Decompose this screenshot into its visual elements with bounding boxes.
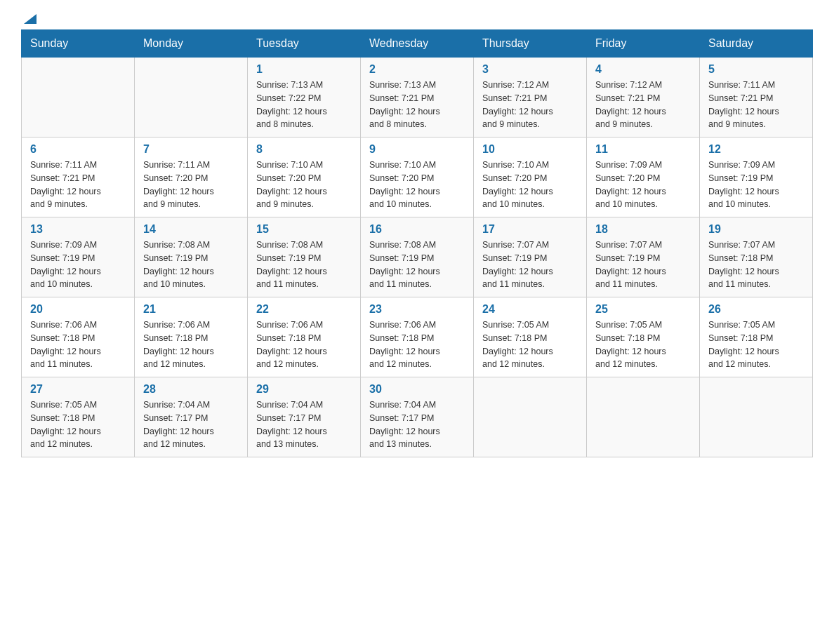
day-number: 20 bbox=[30, 303, 126, 316]
day-info: Sunrise: 7:09 AM Sunset: 7:19 PM Dayligh… bbox=[708, 159, 804, 211]
day-number: 21 bbox=[143, 303, 239, 316]
logo bbox=[21, 14, 38, 22]
calendar-cell bbox=[700, 377, 813, 457]
day-number: 3 bbox=[482, 63, 578, 76]
day-number: 8 bbox=[256, 143, 352, 156]
day-info: Sunrise: 7:12 AM Sunset: 7:21 PM Dayligh… bbox=[482, 79, 578, 131]
calendar-cell: 7Sunrise: 7:11 AM Sunset: 7:20 PM Daylig… bbox=[135, 137, 248, 217]
day-info: Sunrise: 7:12 AM Sunset: 7:21 PM Dayligh… bbox=[595, 79, 691, 131]
day-info: Sunrise: 7:11 AM Sunset: 7:20 PM Dayligh… bbox=[143, 159, 239, 211]
calendar-cell: 30Sunrise: 7:04 AM Sunset: 7:17 PM Dayli… bbox=[361, 377, 474, 457]
calendar-cell: 1Sunrise: 7:13 AM Sunset: 7:22 PM Daylig… bbox=[248, 58, 361, 137]
day-info: Sunrise: 7:09 AM Sunset: 7:20 PM Dayligh… bbox=[595, 159, 691, 211]
calendar-cell: 22Sunrise: 7:06 AM Sunset: 7:18 PM Dayli… bbox=[248, 297, 361, 377]
calendar-table: SundayMondayTuesdayWednesdayThursdayFrid… bbox=[21, 29, 813, 457]
day-number: 13 bbox=[30, 223, 126, 236]
calendar-cell: 2Sunrise: 7:13 AM Sunset: 7:21 PM Daylig… bbox=[361, 58, 474, 137]
day-number: 2 bbox=[369, 63, 465, 76]
calendar-cell: 13Sunrise: 7:09 AM Sunset: 7:19 PM Dayli… bbox=[22, 217, 135, 297]
calendar-cell: 23Sunrise: 7:06 AM Sunset: 7:18 PM Dayli… bbox=[361, 297, 474, 377]
calendar-body: 1Sunrise: 7:13 AM Sunset: 7:22 PM Daylig… bbox=[22, 58, 813, 457]
calendar-cell: 19Sunrise: 7:07 AM Sunset: 7:18 PM Dayli… bbox=[700, 217, 813, 297]
calendar-cell: 3Sunrise: 7:12 AM Sunset: 7:21 PM Daylig… bbox=[474, 58, 587, 137]
day-info: Sunrise: 7:07 AM Sunset: 7:18 PM Dayligh… bbox=[708, 239, 804, 291]
day-number: 15 bbox=[256, 223, 352, 236]
day-info: Sunrise: 7:06 AM Sunset: 7:18 PM Dayligh… bbox=[143, 318, 239, 371]
day-info: Sunrise: 7:05 AM Sunset: 7:18 PM Dayligh… bbox=[30, 398, 126, 451]
day-info: Sunrise: 7:10 AM Sunset: 7:20 PM Dayligh… bbox=[482, 159, 578, 211]
weekday-header-tuesday: Tuesday bbox=[248, 30, 361, 58]
calendar-cell: 14Sunrise: 7:08 AM Sunset: 7:19 PM Dayli… bbox=[135, 217, 248, 297]
weekday-header-friday: Friday bbox=[587, 30, 700, 58]
calendar-cell: 9Sunrise: 7:10 AM Sunset: 7:20 PM Daylig… bbox=[361, 137, 474, 217]
day-number: 1 bbox=[256, 63, 352, 76]
day-number: 30 bbox=[369, 383, 465, 396]
day-info: Sunrise: 7:06 AM Sunset: 7:18 PM Dayligh… bbox=[256, 318, 352, 371]
calendar-cell: 17Sunrise: 7:07 AM Sunset: 7:19 PM Dayli… bbox=[474, 217, 587, 297]
day-number: 4 bbox=[595, 63, 691, 76]
day-number: 9 bbox=[369, 143, 465, 156]
calendar-cell: 5Sunrise: 7:11 AM Sunset: 7:21 PM Daylig… bbox=[700, 58, 813, 137]
day-number: 11 bbox=[595, 143, 691, 156]
calendar-week-row: 6Sunrise: 7:11 AM Sunset: 7:21 PM Daylig… bbox=[22, 137, 813, 217]
day-number: 10 bbox=[482, 143, 578, 156]
day-info: Sunrise: 7:08 AM Sunset: 7:19 PM Dayligh… bbox=[369, 239, 465, 291]
day-info: Sunrise: 7:04 AM Sunset: 7:17 PM Dayligh… bbox=[369, 398, 465, 451]
calendar-cell: 10Sunrise: 7:10 AM Sunset: 7:20 PM Dayli… bbox=[474, 137, 587, 217]
day-number: 28 bbox=[143, 383, 239, 396]
day-number: 12 bbox=[708, 143, 804, 156]
calendar-week-row: 20Sunrise: 7:06 AM Sunset: 7:18 PM Dayli… bbox=[22, 297, 813, 377]
page-header bbox=[21, 14, 813, 22]
svg-marker-0 bbox=[24, 14, 37, 24]
weekday-header-row: SundayMondayTuesdayWednesdayThursdayFrid… bbox=[22, 30, 813, 58]
day-number: 22 bbox=[256, 303, 352, 316]
weekday-header-monday: Monday bbox=[135, 30, 248, 58]
calendar-cell bbox=[587, 377, 700, 457]
calendar-cell: 18Sunrise: 7:07 AM Sunset: 7:19 PM Dayli… bbox=[587, 217, 700, 297]
day-info: Sunrise: 7:05 AM Sunset: 7:18 PM Dayligh… bbox=[482, 318, 578, 371]
day-number: 14 bbox=[143, 223, 239, 236]
day-number: 6 bbox=[30, 143, 126, 156]
calendar-cell: 4Sunrise: 7:12 AM Sunset: 7:21 PM Daylig… bbox=[587, 58, 700, 137]
calendar-cell: 15Sunrise: 7:08 AM Sunset: 7:19 PM Dayli… bbox=[248, 217, 361, 297]
day-number: 29 bbox=[256, 383, 352, 396]
day-info: Sunrise: 7:10 AM Sunset: 7:20 PM Dayligh… bbox=[369, 159, 465, 211]
day-number: 19 bbox=[708, 223, 804, 236]
calendar-cell: 11Sunrise: 7:09 AM Sunset: 7:20 PM Dayli… bbox=[587, 137, 700, 217]
calendar-cell: 24Sunrise: 7:05 AM Sunset: 7:18 PM Dayli… bbox=[474, 297, 587, 377]
calendar-cell: 6Sunrise: 7:11 AM Sunset: 7:21 PM Daylig… bbox=[22, 137, 135, 217]
day-info: Sunrise: 7:13 AM Sunset: 7:21 PM Dayligh… bbox=[369, 79, 465, 131]
day-number: 5 bbox=[708, 63, 804, 76]
calendar-week-row: 13Sunrise: 7:09 AM Sunset: 7:19 PM Dayli… bbox=[22, 217, 813, 297]
day-number: 24 bbox=[482, 303, 578, 316]
calendar-cell: 21Sunrise: 7:06 AM Sunset: 7:18 PM Dayli… bbox=[135, 297, 248, 377]
calendar-week-row: 27Sunrise: 7:05 AM Sunset: 7:18 PM Dayli… bbox=[22, 377, 813, 457]
calendar-cell: 27Sunrise: 7:05 AM Sunset: 7:18 PM Dayli… bbox=[22, 377, 135, 457]
day-number: 16 bbox=[369, 223, 465, 236]
day-info: Sunrise: 7:04 AM Sunset: 7:17 PM Dayligh… bbox=[143, 398, 239, 451]
calendar-cell: 16Sunrise: 7:08 AM Sunset: 7:19 PM Dayli… bbox=[361, 217, 474, 297]
day-info: Sunrise: 7:08 AM Sunset: 7:19 PM Dayligh… bbox=[256, 239, 352, 291]
day-info: Sunrise: 7:04 AM Sunset: 7:17 PM Dayligh… bbox=[256, 398, 352, 451]
day-number: 26 bbox=[708, 303, 804, 316]
calendar-cell bbox=[22, 58, 135, 137]
day-info: Sunrise: 7:07 AM Sunset: 7:19 PM Dayligh… bbox=[482, 239, 578, 291]
day-info: Sunrise: 7:08 AM Sunset: 7:19 PM Dayligh… bbox=[143, 239, 239, 291]
calendar-cell: 28Sunrise: 7:04 AM Sunset: 7:17 PM Dayli… bbox=[135, 377, 248, 457]
calendar-cell: 20Sunrise: 7:06 AM Sunset: 7:18 PM Dayli… bbox=[22, 297, 135, 377]
day-info: Sunrise: 7:11 AM Sunset: 7:21 PM Dayligh… bbox=[708, 79, 804, 131]
day-info: Sunrise: 7:09 AM Sunset: 7:19 PM Dayligh… bbox=[30, 239, 126, 291]
logo-triangle-icon bbox=[22, 11, 38, 27]
day-info: Sunrise: 7:10 AM Sunset: 7:20 PM Dayligh… bbox=[256, 159, 352, 211]
weekday-header-thursday: Thursday bbox=[474, 30, 587, 58]
calendar-cell: 8Sunrise: 7:10 AM Sunset: 7:20 PM Daylig… bbox=[248, 137, 361, 217]
day-number: 23 bbox=[369, 303, 465, 316]
day-info: Sunrise: 7:06 AM Sunset: 7:18 PM Dayligh… bbox=[369, 318, 465, 371]
calendar-cell: 29Sunrise: 7:04 AM Sunset: 7:17 PM Dayli… bbox=[248, 377, 361, 457]
day-number: 27 bbox=[30, 383, 126, 396]
day-info: Sunrise: 7:06 AM Sunset: 7:18 PM Dayligh… bbox=[30, 318, 126, 371]
calendar-header: SundayMondayTuesdayWednesdayThursdayFrid… bbox=[22, 30, 813, 58]
calendar-cell: 25Sunrise: 7:05 AM Sunset: 7:18 PM Dayli… bbox=[587, 297, 700, 377]
calendar-cell: 12Sunrise: 7:09 AM Sunset: 7:19 PM Dayli… bbox=[700, 137, 813, 217]
day-info: Sunrise: 7:05 AM Sunset: 7:18 PM Dayligh… bbox=[708, 318, 804, 371]
